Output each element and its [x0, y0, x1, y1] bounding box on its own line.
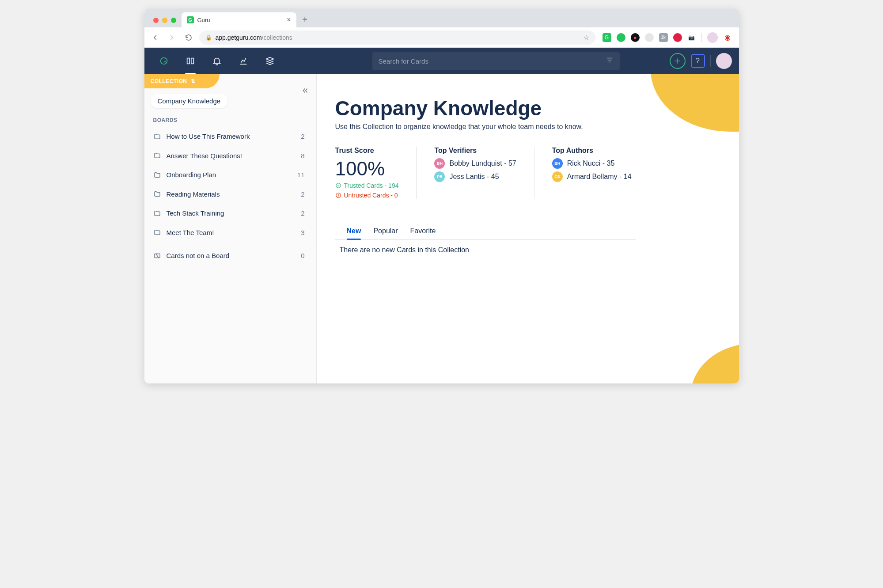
avatar: PR	[434, 171, 445, 182]
user-avatar[interactable]	[716, 53, 732, 69]
collection-selector[interactable]: COLLECTION ⇅	[144, 74, 220, 88]
person-text: Bobby Lundquist - 57	[449, 159, 516, 167]
extension-icons: G ● 1k 📷 ◉	[600, 32, 735, 43]
folder-icon	[153, 152, 161, 159]
extension-camera-icon[interactable]: 📷	[687, 33, 696, 42]
window-minimize-button[interactable]	[162, 18, 167, 23]
extension-guru-icon[interactable]: G	[603, 33, 611, 42]
sidebar-item-unboarded[interactable]: Cards not on a Board 0	[144, 246, 316, 266]
board-label: Meet The Team!	[167, 228, 296, 237]
board-label: Reading Materials	[167, 190, 296, 199]
top-authors-panel: Top Authors BH Rick Nucci - 35 CS Armard…	[534, 147, 649, 199]
nav-analytics-button[interactable]	[231, 48, 256, 74]
browser-tabbar: G Guru × +	[144, 9, 739, 27]
sidebar-item-board[interactable]: Answer These Questions! 8	[144, 146, 316, 166]
board-label: Answer These Questions!	[167, 152, 296, 160]
sidebar-item-board[interactable]: Reading Materials 2	[144, 185, 316, 204]
address-bar[interactable]: 🔒 app.getguru.com/collections ☆	[199, 30, 595, 45]
add-button[interactable]	[670, 53, 686, 69]
divider	[144, 244, 316, 244]
reload-button[interactable]	[182, 31, 195, 44]
browser-menu-icon[interactable]: ◉	[723, 33, 732, 42]
window-controls	[150, 18, 182, 27]
author-row[interactable]: BH Rick Nucci - 35	[552, 158, 632, 169]
collection-label: COLLECTION	[151, 78, 187, 84]
board-count: 2	[301, 209, 307, 217]
board-count: 2	[301, 190, 307, 198]
check-circle-icon	[335, 182, 341, 189]
browser-toolbar: 🔒 app.getguru.com/collections ☆ G ● 1k 📷…	[144, 27, 739, 48]
authors-heading: Top Authors	[552, 147, 632, 155]
nav-library-button[interactable]	[178, 48, 203, 74]
collapse-sidebar-button[interactable]	[301, 87, 309, 96]
person-text: Jess Lantis - 45	[449, 173, 499, 181]
profile-avatar-icon[interactable]	[707, 32, 718, 43]
separator	[701, 33, 702, 42]
forward-button[interactable]	[166, 31, 178, 44]
sidebar-item-board[interactable]: Onboarding Plan 11	[144, 165, 316, 185]
brand-logo-icon[interactable]	[152, 48, 176, 74]
extension-square-icon[interactable]: 1k	[659, 33, 668, 42]
board-label: Onboarding Plan	[167, 171, 292, 179]
bookmark-star-icon[interactable]: ☆	[584, 34, 589, 41]
sidebar-item-board[interactable]: Meet The Team! 3	[144, 223, 316, 243]
card-icon	[153, 252, 161, 260]
trust-value: 100%	[335, 158, 399, 179]
verifier-row[interactable]: PR Jess Lantis - 45	[434, 171, 516, 182]
content-tabs: New Popular Favorite	[335, 224, 636, 240]
tab-favicon: G	[187, 16, 194, 23]
board-count: 2	[301, 133, 307, 140]
trust-score-panel: Trust Score 100% Trusted Cards - 194 Unt…	[335, 147, 417, 199]
trusted-cards-line[interactable]: Trusted Cards - 194	[335, 182, 399, 189]
lock-icon: 🔒	[205, 34, 212, 41]
tab-new[interactable]: New	[347, 224, 361, 239]
tab-favorite[interactable]: Favorite	[410, 224, 436, 239]
filter-icon[interactable]	[606, 56, 614, 66]
person-text: Rick Nucci - 35	[567, 159, 615, 167]
folder-icon	[153, 228, 161, 236]
collection-name-chip[interactable]: Company Knowledge	[151, 94, 228, 108]
folder-icon	[153, 133, 161, 140]
sidebar-item-board[interactable]: Tech Stack Training 2	[144, 204, 316, 223]
sidebar-item-board[interactable]: How to Use This Framework 2	[144, 127, 316, 146]
app-header: ?	[144, 48, 739, 74]
decorative-blob	[690, 344, 739, 383]
nav-stacks-button[interactable]	[258, 48, 282, 74]
help-button[interactable]: ?	[691, 54, 705, 68]
boards-heading: BOARDS	[144, 114, 316, 127]
verifiers-heading: Top Verifiers	[434, 147, 516, 155]
nav-notifications-button[interactable]	[205, 48, 229, 74]
new-tab-button[interactable]: +	[296, 15, 314, 27]
board-count: 0	[301, 252, 307, 259]
window-maximize-button[interactable]	[171, 18, 176, 23]
board-count: 11	[297, 171, 307, 178]
board-label: Tech Stack Training	[167, 209, 296, 218]
extension-loom-icon[interactable]: ●	[631, 33, 640, 42]
verifier-row[interactable]: BH Bobby Lundquist - 57	[434, 158, 516, 169]
folder-icon	[153, 190, 161, 198]
untrusted-cards-line[interactable]: Untrusted Cards - 0	[335, 192, 399, 199]
search-input[interactable]	[379, 57, 606, 65]
empty-state-message: There are no new Cards in this Collectio…	[335, 240, 739, 260]
svg-point-2	[336, 183, 341, 188]
extension-red-icon[interactable]	[673, 33, 682, 42]
extension-green-icon[interactable]	[617, 33, 625, 42]
page-subtitle: Use this Collection to organize knowledg…	[335, 123, 739, 131]
folder-icon	[153, 171, 161, 179]
alert-circle-icon	[335, 192, 341, 198]
author-row[interactable]: CS Armard Bellamy - 14	[552, 171, 632, 182]
tab-popular[interactable]: Popular	[373, 224, 398, 239]
extension-grey-icon[interactable]	[645, 33, 654, 42]
board-count: 8	[301, 152, 307, 159]
svg-point-0	[160, 58, 167, 64]
person-text: Armard Bellamy - 14	[567, 173, 632, 181]
browser-tab[interactable]: G Guru ×	[182, 12, 296, 27]
separator	[710, 55, 711, 67]
trust-heading: Trust Score	[335, 147, 399, 155]
close-icon[interactable]: ×	[287, 16, 291, 24]
search-container	[372, 52, 620, 70]
avatar: CS	[552, 171, 563, 182]
back-button[interactable]	[149, 31, 161, 44]
folder-icon	[153, 209, 161, 217]
window-close-button[interactable]	[153, 18, 159, 23]
